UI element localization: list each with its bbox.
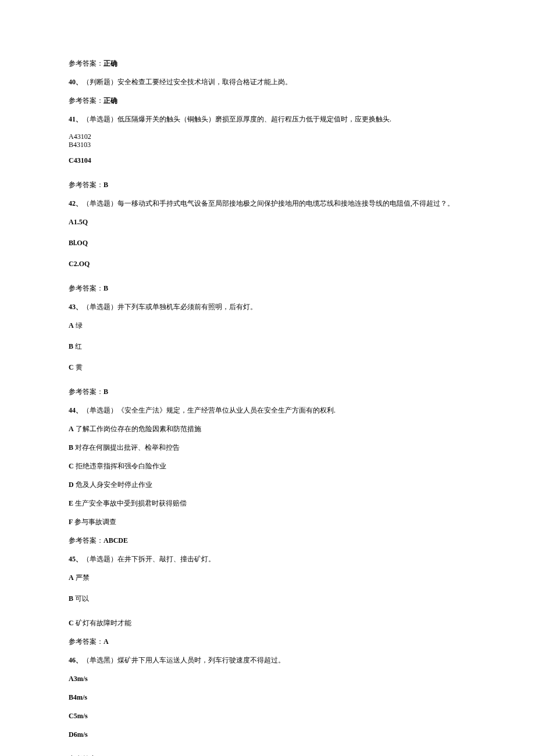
question-number: 42、 (69, 199, 83, 207)
question-44: 44、（单选题）《安全生产法》规定，生产经营单位从业人员在安全生产方面有的权利. (69, 405, 466, 415)
option-c: C43104 (69, 155, 466, 166)
answer-40: 参考答案：正确 (69, 95, 466, 106)
answer-label: 参考答案： (69, 59, 104, 67)
option-text: 红 (73, 342, 82, 350)
option-letter: B (69, 342, 73, 350)
option-b: B 对存在何胭提出批评、检举和控告 (69, 442, 466, 453)
question-text: 《安全生产法》规定，生产经营单位从业人员在安全生产方面有的权利. (117, 406, 336, 414)
option-b: Bl.OQ (69, 238, 466, 248)
answer-value: ABCDE (104, 536, 128, 544)
answer-value: 正确 (104, 96, 117, 105)
answer-value: B (104, 181, 108, 189)
option-e: E 生产安全事故中受到损君时获得赔偿 (69, 498, 466, 508)
question-type: （单选题） (83, 555, 117, 563)
answer-43: 参考答案：B (69, 386, 466, 397)
question-type: （单选题） (83, 303, 117, 311)
answer-label: 参考答案： (69, 536, 104, 544)
document-page: 参考答案：正确 40、（判断题）安全检查工要经过安全技术培训，取得合格证才能上岗… (0, 0, 535, 756)
option-text: 生产安全事故中受到损君时获得赔偿 (73, 499, 187, 507)
answer-value: A (104, 637, 109, 646)
option-c: C 拒绝违章指挥和强令白险作业 (69, 461, 466, 471)
option-b: B43103 (69, 141, 466, 149)
question-43: 43、（单选题）井下列车或单独机车必须前有照明，后有灯。 (69, 302, 466, 312)
question-text: 低压隔爆开关的触头（铜触头）磨损至原厚度的、超行程压力低于规定值时，应更换触头. (117, 115, 391, 123)
option-c: C 矿灯有故障时才能 (69, 618, 466, 628)
option-d: D 危及人身安全时停止作业 (69, 479, 466, 490)
question-type: （单选题） (83, 199, 117, 207)
option-letter: A (69, 321, 74, 329)
option-text: 矿灯有故障时才能 (74, 619, 131, 627)
option-letter: D (69, 481, 74, 489)
question-number: 44、 (69, 406, 83, 414)
option-text: 绿 (74, 321, 83, 329)
question-42: 42、（单选题）每一移动式和手持式电气设备至局部接地极之间保护接地用的电缆芯线和… (69, 198, 466, 209)
answer-value: 正确 (104, 59, 117, 67)
option-a: A 严禁 (69, 572, 466, 583)
answer-45: 参考答案：A (69, 636, 466, 647)
answer-39: 参考答案：正确 (69, 58, 466, 69)
question-text: 安全检查工要经过安全技术培训，取得合格证才能上岗。 (117, 78, 292, 86)
answer-44: 参考答案：ABCDE (69, 535, 466, 546)
option-b: B4m/s (69, 692, 466, 703)
option-a: A1.5Q (69, 217, 466, 227)
option-a: A43102 (69, 132, 466, 141)
answer-value: B (104, 284, 108, 292)
option-letter: B (69, 594, 73, 603)
option-text: 危及人身安全时停止作业 (74, 481, 152, 489)
option-letter: A (69, 425, 74, 433)
option-c: C5m/s (69, 711, 466, 721)
question-41-options-ab: A43102 B43103 (69, 132, 466, 149)
question-40: 40、（判断题）安全检查工要经过安全技术培训，取得合格证才能上岗。 (69, 77, 466, 87)
question-number: 45、 (69, 555, 83, 563)
option-letter: A (69, 574, 74, 582)
answer-46: 参考答案：B (69, 754, 466, 756)
option-a: A 绿 (69, 320, 466, 331)
option-c: C2.OQ (69, 259, 466, 269)
answer-value: B (104, 388, 108, 396)
question-text: 每一移动式和手持式电气设备至局部接地极之间保护接地用的电缆芯线和接地连接导线的电… (117, 199, 454, 207)
answer-41: 参考答案：B (69, 180, 466, 190)
option-f: F 参与事故调查 (69, 517, 466, 527)
answer-label: 参考答案： (69, 181, 104, 189)
option-a: A3m/s (69, 673, 466, 684)
option-d: D6m/s (69, 729, 466, 740)
option-text: 拒绝违章指挥和强令白险作业 (74, 462, 166, 470)
option-text: 了解工作岗位存在的危险因素和防范措施 (74, 425, 201, 433)
option-b: B 可以 (69, 593, 466, 604)
answer-label: 参考答案： (69, 284, 104, 292)
question-text: 井下列车或单独机车必须前有照明，后有灯。 (117, 303, 257, 311)
option-text: 参与事故调查 (73, 518, 116, 526)
answer-label: 参考答案： (69, 637, 104, 646)
option-text: 严禁 (74, 574, 90, 582)
question-type: （单选黑） (83, 656, 117, 664)
question-text: 煤矿井下用人车运送人员时，列车行驶速度不得超过。 (117, 656, 285, 664)
question-46: 46、（单选黑）煤矿井下用人车运送人员时，列车行驶速度不得超过。 (69, 655, 466, 665)
option-letter: C (69, 462, 74, 470)
question-type: （单选题） (83, 406, 117, 414)
answer-label: 参考答案： (69, 96, 104, 105)
question-number: 46、 (69, 656, 83, 664)
option-letter: B (69, 443, 73, 452)
question-number: 41、 (69, 115, 83, 123)
question-number: 40、 (69, 78, 83, 86)
option-letter: E (69, 499, 73, 507)
answer-label: 参考答案： (69, 388, 104, 396)
option-text: 对存在何胭提出批评、检举和控告 (73, 443, 180, 452)
option-text: 可以 (73, 594, 89, 603)
option-text: 黄 (74, 363, 83, 371)
question-type: （判断题） (83, 78, 117, 86)
question-41: 41、（单选题）低压隔爆开关的触头（铜触头）磨损至原厚度的、超行程压力低于规定值… (69, 114, 466, 124)
question-number: 43、 (69, 303, 83, 311)
option-c: C 黄 (69, 362, 466, 372)
answer-42: 参考答案：B (69, 283, 466, 293)
option-letter: C (69, 619, 74, 627)
option-b: B 红 (69, 341, 466, 352)
option-letter: C (69, 363, 74, 371)
option-a: A 了解工作岗位存在的危险因素和防范措施 (69, 424, 466, 434)
question-type: （单选题） (83, 115, 117, 123)
question-text: 在井下拆开、敲打、撞击矿灯。 (117, 555, 215, 563)
question-45: 45、（单选题）在井下拆开、敲打、撞击矿灯。 (69, 554, 466, 564)
